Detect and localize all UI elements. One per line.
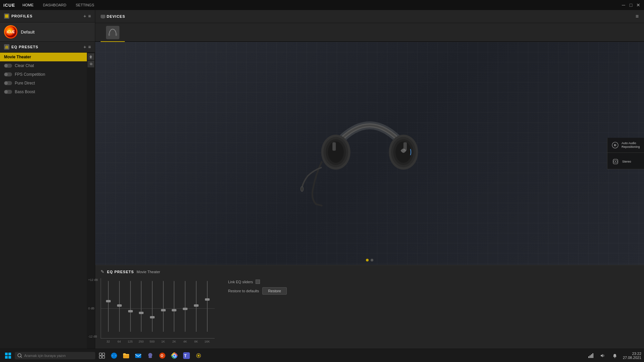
maximize-button[interactable]: □ [629,3,633,7]
profiles-title-area: PROFILES [4,13,33,19]
svg-line-32 [21,357,22,358]
freq-500: 500 [149,340,156,343]
preset-fps-competition[interactable]: FPS Competition [0,70,87,79]
preset-clear-chat-toggle[interactable] [4,64,12,68]
preset-bass-toggle[interactable] [4,90,12,94]
chat-button[interactable] [145,350,156,361]
freq-4k: 4K [181,340,189,343]
carousel-dot-1[interactable] [366,259,369,261]
device-tab-headset[interactable] [101,23,125,42]
svg-rect-55 [592,353,593,358]
preset-movie-theater[interactable]: Movie Theater [0,53,87,61]
eq-panel-preset-name: Movie Theater [137,270,160,274]
svg-point-38 [113,354,115,357]
svg-point-41 [148,353,152,357]
preset-clear-chat[interactable]: Clear Chat [0,61,87,70]
eq-slider-500hz [149,280,156,338]
menu-icon[interactable]: ≡ [88,13,91,19]
eq-presets-title: EQ PRESETS [11,45,38,49]
search-icon [17,353,22,358]
eq-graph-area: +12 dB 0 dB -12 dB [101,278,215,343]
eq-slider-2khz [170,280,178,338]
devices-panel: DEVICES [101,14,125,19]
freq-250: 250 [138,340,145,343]
icue-taskbar-icon [195,352,202,359]
notification-icon [612,353,617,358]
restore-button[interactable]: Restore [262,287,287,295]
svg-rect-34 [102,353,105,355]
preset-clear-chat-label: Clear Chat [15,63,34,68]
network-tray-icon[interactable] [585,350,596,361]
browser-button[interactable] [109,350,119,361]
teams-button[interactable]: T [181,350,192,361]
notification-tray-icon[interactable] [609,350,620,361]
preset-pure-label: Pure Direct [15,81,35,85]
link-eq-checkbox[interactable] [256,280,260,284]
stereo-icon [611,158,620,166]
eq-slider-4khz [181,280,189,338]
chrome-button[interactable] [169,350,180,361]
nav-home[interactable]: HOME [20,2,36,8]
add-preset-icon[interactable]: + [84,44,86,50]
eq-edit-icon[interactable]: ✎ [101,269,104,274]
auto-audio-button[interactable]: Auto Audio Repositioning [607,138,644,153]
icue-taskbar-button[interactable] [193,350,204,361]
task-view-button[interactable] [97,350,107,361]
eq-label-bot: -12 dB [88,335,97,338]
eq-presets-icon [4,44,9,50]
volume-icon [600,353,605,358]
freq-2k: 2K [170,340,178,343]
preset-bass-boost[interactable]: Bass Boost [0,87,87,96]
delete-preset-button[interactable]: 🗑 [88,53,94,60]
file-explorer-icon [123,352,129,359]
add-profile-icon[interactable]: + [84,13,86,19]
svg-rect-53 [590,355,591,358]
taskbar-search[interactable]: Aramak için buraya yazın [15,352,95,359]
svg-rect-3 [5,46,6,49]
svg-point-51 [198,355,200,357]
freq-64: 64 [115,340,123,343]
stereo-button[interactable]: Stereo [607,154,644,169]
start-button[interactable] [3,350,13,361]
mail-button[interactable] [133,350,144,361]
default-profile[interactable]: iCUE Default [0,22,95,42]
taskbar-time: 23:22 [632,352,641,356]
device-tabs [95,23,644,42]
auto-audio-icon [611,141,619,149]
volume-tray-icon[interactable] [597,350,608,361]
preset-menu-icon[interactable]: ≡ [88,44,91,50]
eq-panel-header: ✎ EQ PRESETS Movie Theater [101,269,639,274]
svg-rect-40 [135,354,141,358]
taskbar-clock[interactable]: 23:22 27.08.2021 [623,352,641,360]
svg-rect-8 [102,18,104,18]
carousel-dot-2[interactable] [371,259,373,261]
preset-pure-toggle[interactable] [4,81,12,85]
minimize-button[interactable]: ─ [621,3,626,7]
file-explorer-button[interactable] [121,350,131,361]
freq-8k: 8K [193,340,200,343]
app-logo: iCUE [3,3,15,8]
svg-text:O: O [161,354,163,358]
preset-pure-direct[interactable]: Pure Direct [0,79,87,87]
office-button[interactable]: O [157,350,168,361]
eq-presets-actions[interactable]: + ≡ [84,44,91,50]
taskbar-left: Aramak için buraya yazın [3,350,204,361]
duplicate-preset-button[interactable]: ⧉ [88,61,94,67]
auto-audio-label: Auto Audio Repositioning [622,141,640,149]
taskbar-right: 23:22 27.08.2021 [585,350,641,361]
nav-dashboard[interactable]: DASHBOARD [41,2,68,8]
nav-settings[interactable]: SETTINGS [74,2,96,8]
close-button[interactable]: ✕ [636,3,641,7]
profiles-actions[interactable]: + ≡ [84,13,91,19]
eq-label-mid: 0 dB [88,307,95,310]
freq-16k: 16K [204,340,211,343]
eq-presets-header: EQ PRESETS + ≡ [0,42,95,53]
devices-menu[interactable]: ≡ [636,13,639,19]
svg-rect-0 [5,14,8,18]
eq-presets-title-area: EQ PRESETS [4,44,38,50]
svg-rect-15 [332,142,336,150]
svg-text:T: T [184,354,187,358]
sidebar-action-buttons: 🗑 ⧉ [87,53,95,349]
preset-fps-toggle[interactable] [4,72,12,76]
devices-title: DEVICES [107,14,125,18]
